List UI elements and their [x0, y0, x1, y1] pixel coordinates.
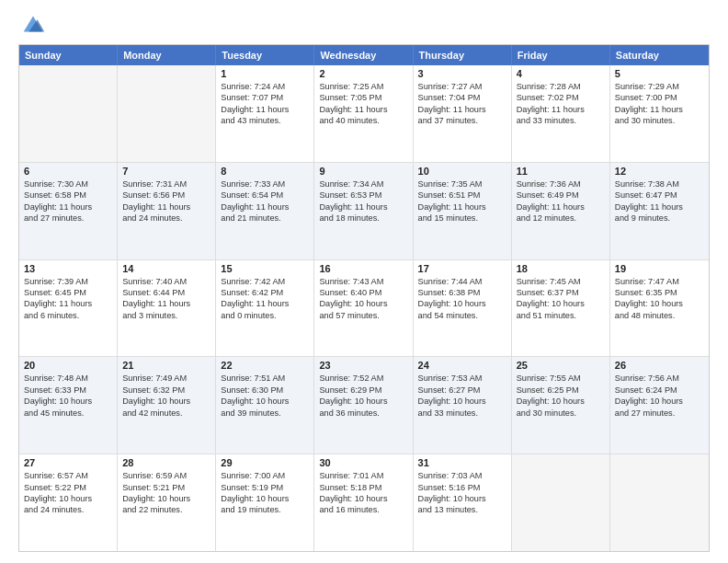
- cell-info-line: Sunrise: 7:40 AM: [122, 276, 210, 287]
- calendar-row: 1Sunrise: 7:24 AMSunset: 7:07 PMDaylight…: [19, 65, 709, 162]
- page: SundayMondayTuesdayWednesdayThursdayFrid…: [0, 0, 728, 563]
- weekday-header-saturday: Saturday: [610, 45, 709, 65]
- cell-info-line: Sunrise: 7:36 AM: [517, 178, 605, 190]
- cell-info-line: and 27 minutes.: [615, 408, 704, 419]
- cell-info-line: and 18 minutes.: [319, 213, 407, 224]
- cell-info-line: and 22 minutes.: [122, 504, 210, 515]
- cell-info-line: Sunrise: 7:47 AM: [615, 276, 704, 287]
- cell-info-line: Daylight: 10 hours: [319, 493, 407, 504]
- day-number: 9: [319, 166, 407, 177]
- day-cell-28: 28Sunrise: 6:59 AMSunset: 5:21 PMDayligh…: [118, 454, 216, 551]
- cell-info-line: and 57 minutes.: [319, 310, 407, 321]
- day-number: 6: [24, 166, 112, 177]
- day-number: 27: [24, 457, 112, 468]
- cell-info-line: and 45 minutes.: [24, 408, 112, 419]
- cell-info-line: Daylight: 11 hours: [418, 201, 506, 213]
- cell-info-line: Daylight: 10 hours: [517, 396, 605, 407]
- cell-info-line: Sunset: 6:54 PM: [221, 190, 309, 201]
- day-number: 8: [221, 166, 309, 177]
- day-number: 24: [418, 360, 506, 371]
- day-cell-10: 10Sunrise: 7:35 AMSunset: 6:51 PMDayligh…: [414, 163, 512, 259]
- cell-info-line: and 24 minutes.: [122, 213, 210, 224]
- day-number: 21: [122, 360, 210, 371]
- cell-info-line: Sunrise: 7:45 AM: [517, 276, 605, 287]
- cell-info-line: Daylight: 11 hours: [122, 201, 210, 213]
- cell-info-line: Daylight: 10 hours: [418, 396, 506, 407]
- day-cell-1: 1Sunrise: 7:24 AMSunset: 7:07 PMDaylight…: [216, 65, 314, 162]
- cell-info-line: Sunset: 6:42 PM: [221, 287, 309, 298]
- cell-info-line: and 13 minutes.: [418, 504, 506, 515]
- cell-info-line: Sunset: 6:45 PM: [24, 287, 112, 298]
- cell-info-line: Daylight: 10 hours: [615, 298, 704, 309]
- cell-info-line: Sunset: 7:00 PM: [615, 92, 704, 103]
- cell-info-line: and 12 minutes.: [517, 213, 605, 224]
- cell-info-line: Sunset: 6:49 PM: [517, 190, 605, 201]
- cell-info-line: Sunset: 7:07 PM: [221, 92, 309, 103]
- cell-info-line: Sunrise: 6:59 AM: [122, 470, 210, 481]
- cell-info-line: and 16 minutes.: [319, 504, 407, 515]
- weekday-header-sunday: Sunday: [19, 45, 118, 65]
- cell-info-line: and 24 minutes.: [24, 504, 112, 515]
- day-cell-26: 26Sunrise: 7:56 AMSunset: 6:24 PMDayligh…: [610, 357, 709, 454]
- day-cell-30: 30Sunrise: 7:01 AMSunset: 5:18 PMDayligh…: [314, 454, 413, 551]
- weekday-header-friday: Friday: [512, 45, 610, 65]
- cell-info-line: Daylight: 11 hours: [517, 201, 605, 213]
- day-number: 26: [615, 360, 704, 371]
- logo: [18, 15, 46, 37]
- cell-info-line: Daylight: 10 hours: [221, 396, 309, 407]
- day-number: 2: [319, 68, 407, 79]
- day-number: 17: [418, 263, 506, 274]
- cell-info-line: Sunrise: 7:52 AM: [319, 373, 407, 384]
- cell-info-line: Sunset: 6:37 PM: [517, 287, 605, 298]
- day-number: 25: [517, 360, 605, 371]
- day-cell-5: 5Sunrise: 7:29 AMSunset: 7:00 PMDaylight…: [610, 65, 709, 162]
- cell-info-line: Daylight: 10 hours: [319, 298, 407, 309]
- day-cell-8: 8Sunrise: 7:33 AMSunset: 6:54 PMDaylight…: [216, 163, 314, 259]
- cell-info-line: and 42 minutes.: [122, 408, 210, 419]
- day-cell-23: 23Sunrise: 7:52 AMSunset: 6:29 PMDayligh…: [314, 357, 413, 454]
- cell-info-line: Sunrise: 7:27 AM: [418, 81, 506, 92]
- cell-info-line: Sunset: 6:30 PM: [221, 385, 309, 396]
- calendar-row: 20Sunrise: 7:48 AMSunset: 6:33 PMDayligh…: [19, 356, 709, 454]
- cell-info-line: and 40 minutes.: [319, 115, 407, 126]
- cell-info-line: Sunset: 6:56 PM: [122, 190, 210, 201]
- day-number: 30: [319, 457, 407, 468]
- cell-info-line: Sunrise: 7:25 AM: [319, 81, 407, 92]
- day-number: 22: [221, 360, 309, 371]
- day-cell-4: 4Sunrise: 7:28 AMSunset: 7:02 PMDaylight…: [512, 65, 610, 162]
- day-number: 18: [517, 263, 605, 274]
- cell-info-line: Daylight: 11 hours: [24, 298, 112, 309]
- header: [18, 15, 710, 37]
- cell-info-line: and 9 minutes.: [615, 213, 704, 224]
- day-number: 11: [517, 166, 605, 177]
- day-cell-9: 9Sunrise: 7:34 AMSunset: 6:53 PMDaylight…: [314, 163, 413, 259]
- cell-info-line: Daylight: 10 hours: [24, 493, 112, 504]
- cell-info-line: Sunset: 6:35 PM: [615, 287, 704, 298]
- cell-info-line: Sunrise: 7:00 AM: [221, 470, 309, 481]
- weekday-header-monday: Monday: [118, 45, 216, 65]
- cell-info-line: Sunset: 6:58 PM: [24, 190, 112, 201]
- cell-info-line: Daylight: 11 hours: [517, 104, 605, 115]
- cell-info-line: Daylight: 10 hours: [615, 396, 704, 407]
- cell-info-line: Sunset: 6:53 PM: [319, 190, 407, 201]
- day-cell-17: 17Sunrise: 7:44 AMSunset: 6:38 PMDayligh…: [414, 260, 512, 357]
- cell-info-line: Daylight: 10 hours: [24, 396, 112, 407]
- cell-info-line: and 43 minutes.: [221, 115, 309, 126]
- cell-info-line: Daylight: 11 hours: [221, 298, 309, 309]
- calendar-body: 1Sunrise: 7:24 AMSunset: 7:07 PMDaylight…: [19, 65, 709, 551]
- day-number: 15: [221, 263, 309, 274]
- calendar-row: 13Sunrise: 7:39 AMSunset: 6:45 PMDayligh…: [19, 259, 709, 357]
- day-number: 29: [221, 457, 309, 468]
- cell-info-line: Sunrise: 7:34 AM: [319, 178, 407, 190]
- cell-info-line: Sunset: 6:33 PM: [24, 385, 112, 396]
- cell-info-line: and 33 minutes.: [418, 408, 506, 419]
- cell-info-line: Sunrise: 7:01 AM: [319, 470, 407, 481]
- day-number: 10: [418, 166, 506, 177]
- cell-info-line: Sunset: 6:47 PM: [615, 190, 704, 201]
- cell-info-line: Daylight: 11 hours: [319, 201, 407, 213]
- cell-info-line: Daylight: 11 hours: [221, 201, 309, 213]
- day-number: 7: [122, 166, 210, 177]
- cell-info-line: and 30 minutes.: [517, 408, 605, 419]
- day-cell-22: 22Sunrise: 7:51 AMSunset: 6:30 PMDayligh…: [216, 357, 314, 454]
- empty-cell: [19, 65, 118, 162]
